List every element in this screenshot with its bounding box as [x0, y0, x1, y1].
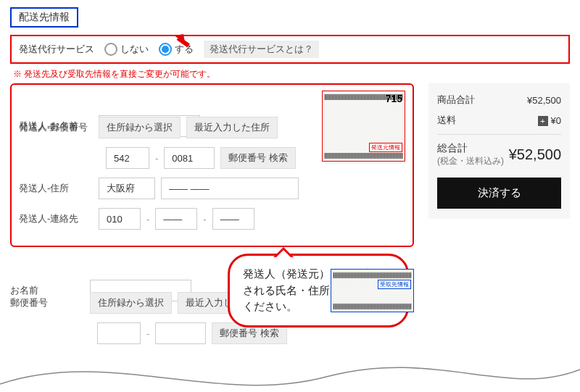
shipping-info-title: 配送先情報	[10, 7, 78, 28]
sender-tel-label: 発送人-連絡先	[19, 212, 99, 225]
recv-name-label: お名前	[10, 284, 90, 297]
direct-edit-notice: ※ 発送先及び受取先情報を直接ご変更が可能です。	[13, 68, 570, 80]
total-value: ¥52,500	[509, 146, 561, 163]
zip2-input[interactable]	[164, 147, 215, 169]
daikou-service-row: 発送代行サービス しない する 発送代行サービスとは？	[10, 35, 570, 64]
service-help-link[interactable]: 発送代行サービスとは？	[204, 41, 319, 58]
addrbook-button[interactable]: 住所録から選択	[99, 117, 181, 138]
pref-input[interactable]	[99, 178, 155, 199]
shipping-slip-sender: 715 発送元情報	[322, 91, 405, 162]
subtotal-label: 商品合計	[437, 93, 475, 107]
zip-search-button[interactable]: 郵便番号 検索	[220, 147, 296, 169]
service-label: 発送代行サービス	[19, 43, 94, 56]
radio-no[interactable]: しない	[104, 43, 149, 56]
total-label: 総合計	[437, 142, 504, 155]
plus-icon: +	[538, 116, 548, 126]
recv-zip1-input[interactable]	[97, 322, 141, 344]
zip1-input[interactable]	[106, 147, 149, 169]
ship-value: +¥0	[538, 115, 561, 126]
slip-receiver-badge: 受取先情報	[378, 280, 411, 289]
addr-rest-input[interactable]: —— ——	[161, 178, 299, 199]
tel3-input[interactable]: ——	[212, 208, 254, 230]
recv-zip-label: 郵便番号	[10, 296, 90, 309]
shipping-slip-receiver: 受取先情報	[331, 269, 414, 312]
radio-circle-icon	[159, 43, 172, 56]
slip-sender-badge: 発送元情報	[369, 143, 402, 152]
order-summary: 商品合計 ¥52,500 送料 +¥0 総合計 (税金・送料込み) ¥52,50…	[428, 83, 570, 219]
tel-dash: -	[203, 214, 206, 225]
tel2-input[interactable]: ——	[155, 208, 197, 230]
zip-dash: -	[146, 328, 149, 339]
total-sublabel: (税金・送料込み)	[437, 156, 504, 166]
radio-circle-icon	[104, 43, 117, 56]
cutoff-curve-icon	[0, 355, 580, 392]
ship-label: 送料	[437, 114, 456, 127]
sender-addr-label: 発送人-住所	[19, 182, 99, 195]
sender-block: 発送人-お名前 — — 715 発送元情報 発送人-郵便番号	[10, 83, 414, 247]
addrbook-button[interactable]: 住所録から選択	[90, 292, 172, 314]
recent-addr-button[interactable]: 最近入力した住所	[186, 117, 278, 138]
sender-zip-label: 発送人-郵便番号	[19, 121, 99, 134]
subtotal-value: ¥52,500	[527, 95, 561, 106]
tel-dash: -	[146, 214, 149, 225]
tel1-input[interactable]	[99, 208, 141, 230]
radio-no-label: しない	[120, 43, 149, 56]
slip-number: 715	[386, 93, 402, 104]
checkout-button[interactable]: 決済する	[437, 178, 561, 209]
zip-dash: -	[155, 153, 158, 164]
recv-zip2-input[interactable]	[155, 322, 206, 344]
